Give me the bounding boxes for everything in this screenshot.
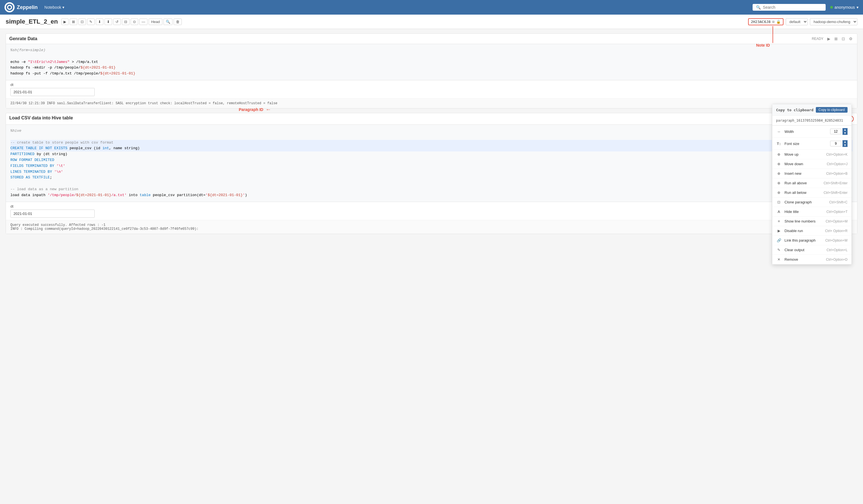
insertnew-shortcut: Ctrl+Option+B [826,172,848,176]
para1-run-button[interactable]: ▶ [826,36,831,41]
runbelow-shortcut: Ctrl+Shift+Enter [824,191,848,195]
dropdown-moveup-item[interactable]: ⊕ Move up Ctrl+Option+K [772,150,851,159]
moveup-label: Move up [785,152,826,156]
runabove-shortcut: Ctrl+Shift+Enter [824,181,848,185]
user-status-dot [830,6,833,9]
width-input[interactable] [830,129,841,134]
notebook-menu[interactable]: Notebook ▾ [45,5,64,10]
dropdown-runbelow-item[interactable]: ⊕ Run all below Ctrl+Shift+Enter [772,188,851,198]
permission-select[interactable]: default [786,18,808,25]
search-input[interactable] [763,5,822,10]
dropdown-width-item[interactable]: ↔ Width ▲ ▼ [772,126,851,138]
app-title: Zeppelin [17,4,38,10]
stop-all-button[interactable]: ⊠ [70,18,77,25]
page-title: simple_ETL_2_en [5,18,58,25]
paragraph-1-output: 22/04/30 12:21:39 INFO sasl.SaslDataTran… [6,98,857,108]
dropdown-movedown-item[interactable]: ⊕ Move down Ctrl+Option+J [772,159,851,169]
note-id-box: 2H23AC6J8 ⊡ 🔒 [748,18,784,25]
showlines-shortcut: Ctrl+Option+M [826,219,848,223]
dropdown-showlines-item[interactable]: ≡ Show line numbers Ctrl+Option+M [772,217,851,226]
header-right: 2H23AC6J8 ⊡ 🔒 default hadoop-demo-chufen… [748,18,858,25]
svg-point-2 [8,6,11,9]
paragraph-2-output-line2: INFO : Compiling command(queryId=hadoop_… [10,227,853,231]
paragraph-2-output-line1: Query executed successfully. Affected ro… [10,223,853,227]
dropdown-clone-item[interactable]: ⊡ Clone paragraph Ctrl+Shift+C [772,198,851,207]
dropdown-insertnew-item[interactable]: ⊕ Insert new Ctrl+Option+B [772,169,851,178]
copy-note-id-icon[interactable]: ⊡ [772,20,775,24]
paragraph-2-code[interactable]: %hive -- create table to store people wi… [6,124,857,202]
search-bar[interactable]: 🔍 [753,4,826,11]
copy-to-clipboard-button[interactable]: Copy to clipboard [816,107,848,113]
search-button[interactable]: 🔍 [163,18,173,25]
notebook-label: Notebook [45,5,61,10]
cluster-select[interactable]: hadoop-demo-chufeng [810,18,858,25]
clone-icon: ⊡ [776,200,782,204]
paragraph-context-menu: Copy to clipboard Copy to clipboard para… [772,104,852,243]
paragraph-1-code[interactable]: %sh(form=simple) echo -e "1\tEric\n2\tJa… [6,44,857,80]
width-label: Width [785,129,830,134]
showlines-label: Show line numbers [785,219,826,223]
dropdown-para-id-row: paragraph_1613705325984_828524031 [772,116,851,126]
brand[interactable]: Zeppelin [4,2,38,12]
para1-grid-button[interactable]: ⊡ [840,36,846,41]
lock-icon: 🔒 [776,20,781,24]
logo [4,2,15,12]
paragraph-1-field-area: dt [6,80,857,98]
width-icon: ↔ [776,129,782,134]
dropdown-disablerun-item[interactable]: ▶ Disable run Ctrl+ Option+R [772,226,851,236]
paragraph-2-header: Load CSV data into Hive table ▶ ⊠ ⊡ ⚙ [6,113,857,124]
dropdown-fontsize-item[interactable]: T↕ Font size ▲ ▼ [772,138,851,150]
dropdown-runabove-item[interactable]: ⊕ Run all above Ctrl+Shift+Enter [772,178,851,188]
fontsize-input[interactable] [830,141,841,146]
settings-icon-button[interactable]: ⊙ [130,18,138,25]
run-all-button[interactable]: ▶ [61,18,68,25]
insertnew-icon: ⊕ [776,172,782,176]
runbelow-icon: ⊕ [776,190,782,195]
paragraph-2-dt-input[interactable] [10,210,95,218]
dropdown-linkpara-item[interactable]: 🔗 Link this paragraph Ctrl+Option+W [772,236,851,243]
runbelow-label: Run all below [785,190,824,195]
refresh-button[interactable]: ↺ [113,18,121,25]
runabove-label: Run all above [785,181,824,185]
para1-settings-button[interactable]: ⚙ [848,36,854,41]
clone-label: Clone paragraph [785,200,829,204]
fontsize-down-button[interactable]: ▼ [842,143,848,147]
export1-button[interactable]: ⬇ [96,18,103,25]
hidetitle-icon: A [776,210,782,214]
width-arrows: ▲ ▼ [842,128,848,135]
paragraph-1-output-text: 22/04/30 12:21:39 INFO sasl.SaslDataTran… [10,101,277,105]
paragraph-1-actions: READY ▶ ⊠ ⊡ ⚙ [812,36,854,41]
width-value-control[interactable]: ▲ ▼ [830,128,848,135]
showlines-icon: ≡ [776,219,782,223]
page-header: simple_ETL_2_en ▶ ⊠ ⊡ ✎ ⬇ ⬇ ↺ ⊟ ⊙ — Head… [0,15,863,29]
fontsize-up-button[interactable]: ▲ [842,140,848,143]
clear-output-button[interactable]: ⊡ [78,18,86,25]
paragraph-2: Load CSV data into Hive table ▶ ⊠ ⊡ ⚙ %h… [5,113,858,234]
paragraph-2-field-label: dt [10,204,853,209]
hide-button[interactable]: — [139,18,148,25]
width-down-button[interactable]: ▼ [842,131,848,135]
toggle-button[interactable]: ⊟ [122,18,129,25]
fontsize-arrows: ▲ ▼ [842,140,848,147]
dropdown-para-id-value: paragraph_1613705325984_828524031 [776,118,843,123]
paragraph-1-status: READY [812,37,823,41]
insertnew-label: Insert new [785,172,826,176]
user-name: anonymous [835,5,855,10]
paragraph-1-dt-input[interactable] [10,88,95,96]
linkpara-label: Link this paragraph [785,238,825,242]
edit-button[interactable]: ✎ [87,18,95,25]
delete-button[interactable]: 🗑 [174,18,182,25]
para1-expand-button[interactable]: ⊠ [833,36,839,41]
paragraph-1-title: Genrate Data [9,36,810,41]
fontsize-value-control[interactable]: ▲ ▼ [830,140,848,147]
notebook-chevron: ▾ [62,5,64,10]
dropdown-para-id-header: Copy to clipboard Copy to clipboard [772,104,851,116]
width-up-button[interactable]: ▲ [842,128,848,131]
paragraph-2-title: Load CSV data into Hive table [9,115,822,121]
moveup-shortcut: Ctrl+Option+K [826,153,848,156]
user-menu[interactable]: anonymous ▾ [830,5,859,10]
head-button[interactable]: Head [149,18,162,25]
export2-button[interactable]: ⬇ [104,18,112,25]
dropdown-hidetitle-item[interactable]: A Hide title Ctrl+Option+T [772,207,851,217]
note-id-value: 2H23AC6J8 [751,20,771,24]
